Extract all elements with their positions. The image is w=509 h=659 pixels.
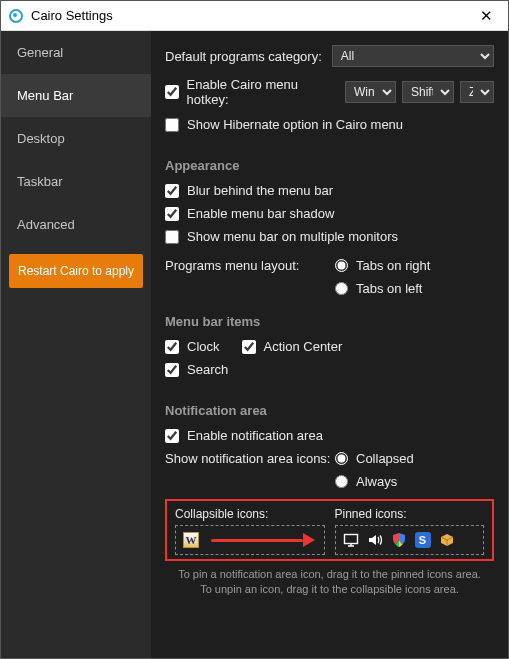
collapsible-label: Collapsible icons: (175, 507, 325, 521)
layout-label: Programs menu layout: (165, 258, 335, 273)
items-heading: Menu bar items (165, 314, 494, 329)
shadow-checkbox[interactable]: Enable menu bar shadow (165, 206, 334, 221)
default-category-label: Default programs category: (165, 49, 322, 64)
hotkey-mod2-select[interactable]: Shift (402, 81, 454, 103)
close-icon[interactable]: ✕ (472, 7, 500, 25)
pinned-label: Pinned icons: (335, 507, 485, 521)
sidebar-item-general[interactable]: General (1, 31, 151, 74)
default-category-select[interactable]: All (332, 45, 494, 67)
pinned-icons-area[interactable]: S (335, 525, 485, 555)
arrow-icon (207, 533, 317, 547)
monitor-icon[interactable] (343, 532, 359, 548)
layout-tabs-left-radio[interactable]: Tabs on left (335, 281, 430, 296)
hotkey-label: Enable Cairo menu hotkey: (187, 77, 339, 107)
content-panel: Default programs category: All Enable Ca… (151, 31, 508, 658)
hibernate-label: Show Hibernate option in Cairo menu (187, 117, 403, 132)
hibernate-checkbox[interactable]: Show Hibernate option in Cairo menu (165, 117, 403, 132)
app-icon (9, 9, 23, 23)
s-app-icon[interactable]: S (415, 532, 431, 548)
window-title: Cairo Settings (31, 8, 472, 23)
volume-icon[interactable] (367, 532, 383, 548)
action-center-checkbox[interactable]: Action Center (242, 339, 343, 354)
hotkey-mod1-select[interactable]: Win (345, 81, 396, 103)
defender-icon[interactable] (391, 532, 407, 548)
notification-heading: Notification area (165, 403, 494, 418)
svg-rect-0 (344, 535, 357, 544)
collapsible-icons-area[interactable]: W (175, 525, 325, 555)
show-icons-label: Show notification area icons: (165, 451, 335, 466)
sidebar-item-taskbar[interactable]: Taskbar (1, 160, 151, 203)
appearance-heading: Appearance (165, 158, 494, 173)
hotkey-key-select[interactable]: Z (460, 81, 494, 103)
sidebar: General Menu Bar Desktop Taskbar Advance… (1, 31, 151, 658)
layout-tabs-right-radio[interactable]: Tabs on right (335, 258, 430, 273)
enable-notification-checkbox[interactable]: Enable notification area (165, 428, 323, 443)
word-icon[interactable]: W (183, 532, 199, 548)
show-collapsed-radio[interactable]: Collapsed (335, 451, 414, 466)
clock-checkbox[interactable]: Clock (165, 339, 220, 354)
titlebar: Cairo Settings ✕ (1, 1, 508, 31)
multi-monitor-checkbox[interactable]: Show menu bar on multiple monitors (165, 229, 398, 244)
sidebar-item-menu-bar[interactable]: Menu Bar (1, 74, 151, 117)
annotation-highlight: Collapsible icons: W Pinned icons: S (165, 499, 494, 561)
sidebar-item-desktop[interactable]: Desktop (1, 117, 151, 160)
hotkey-checkbox[interactable]: Enable Cairo menu hotkey: (165, 77, 339, 107)
sidebar-item-advanced[interactable]: Advanced (1, 203, 151, 246)
show-always-radio[interactable]: Always (335, 474, 414, 489)
pin-hint: To pin a notification area icon, drag it… (165, 567, 494, 597)
restart-button[interactable]: Restart Cairo to apply (9, 254, 143, 288)
search-checkbox[interactable]: Search (165, 362, 228, 377)
blur-checkbox[interactable]: Blur behind the menu bar (165, 183, 333, 198)
box-icon[interactable] (439, 532, 455, 548)
